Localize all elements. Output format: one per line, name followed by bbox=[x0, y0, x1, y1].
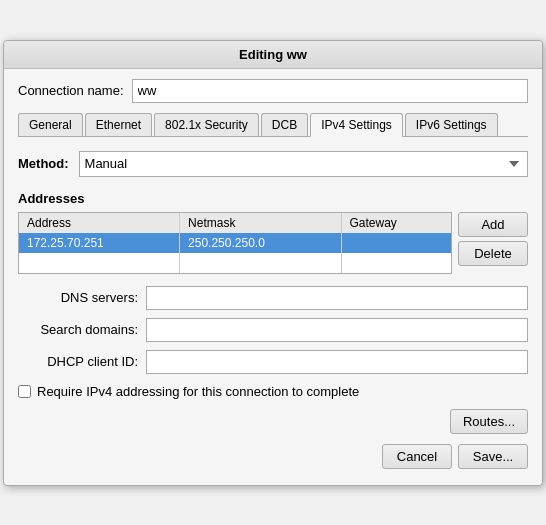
tab-ipv4[interactable]: IPv4 Settings bbox=[310, 113, 403, 137]
cell-netmask: 250.250.250.0 bbox=[180, 233, 341, 253]
address-table-wrapper: Address Netmask Gateway 172.25.70.251 25… bbox=[18, 212, 452, 274]
cell-netmask bbox=[180, 253, 341, 273]
dhcp-label: DHCP client ID: bbox=[18, 354, 138, 369]
editing-dialog: Editing ww Connection name: General Ethe… bbox=[3, 40, 543, 486]
tab-bar: General Ethernet 802.1x Security DCB IPv… bbox=[18, 113, 528, 137]
col-gateway: Gateway bbox=[341, 213, 451, 233]
ipv4-content: Method: Manual Addresses Address Netmask bbox=[18, 147, 528, 473]
addresses-title: Addresses bbox=[18, 191, 528, 206]
col-netmask: Netmask bbox=[180, 213, 341, 233]
dns-input[interactable] bbox=[146, 286, 528, 310]
address-buttons: Add Delete bbox=[458, 212, 528, 274]
tab-8021x[interactable]: 802.1x Security bbox=[154, 113, 259, 136]
tab-dcb[interactable]: DCB bbox=[261, 113, 308, 136]
table-row[interactable]: 172.25.70.251 250.250.250.0 bbox=[19, 233, 451, 253]
cancel-button[interactable]: Cancel bbox=[382, 444, 452, 469]
cell-gateway bbox=[341, 253, 451, 273]
tab-ethernet[interactable]: Ethernet bbox=[85, 113, 152, 136]
table-row[interactable] bbox=[19, 253, 451, 273]
save-button[interactable]: Save... bbox=[458, 444, 528, 469]
tab-ipv6[interactable]: IPv6 Settings bbox=[405, 113, 498, 136]
delete-button[interactable]: Delete bbox=[458, 241, 528, 266]
connection-name-input[interactable] bbox=[132, 79, 528, 103]
dns-label: DNS servers: bbox=[18, 290, 138, 305]
dhcp-input[interactable] bbox=[146, 350, 528, 374]
method-label: Method: bbox=[18, 156, 69, 171]
tab-general[interactable]: General bbox=[18, 113, 83, 136]
cell-gateway bbox=[341, 233, 451, 253]
connection-name-label: Connection name: bbox=[18, 83, 124, 98]
dialog-title: Editing ww bbox=[4, 41, 542, 69]
add-button[interactable]: Add bbox=[458, 212, 528, 237]
col-address: Address bbox=[19, 213, 180, 233]
search-input[interactable] bbox=[146, 318, 528, 342]
require-checkbox[interactable] bbox=[18, 385, 31, 398]
require-label: Require IPv4 addressing for this connect… bbox=[37, 384, 359, 399]
routes-button[interactable]: Routes... bbox=[450, 409, 528, 434]
search-label: Search domains: bbox=[18, 322, 138, 337]
method-select[interactable]: Manual bbox=[79, 151, 528, 177]
cell-address bbox=[19, 253, 180, 273]
address-table: Address Netmask Gateway 172.25.70.251 25… bbox=[19, 213, 451, 273]
cell-address: 172.25.70.251 bbox=[19, 233, 180, 253]
